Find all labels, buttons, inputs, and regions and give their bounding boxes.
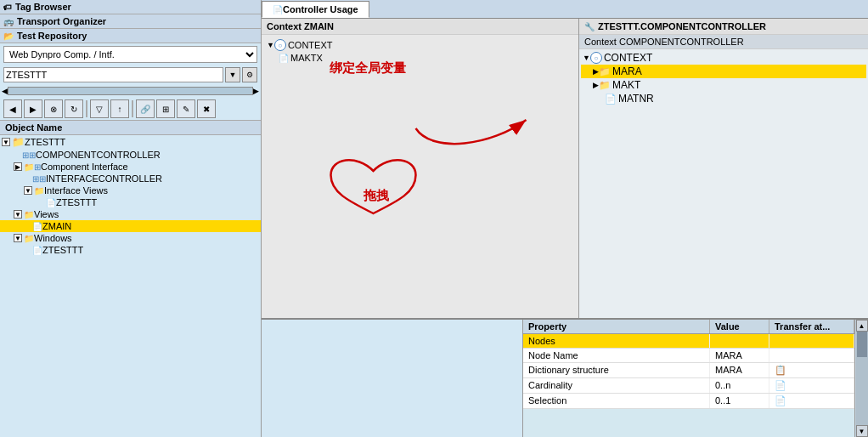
- collapse-windows[interactable]: ▼: [14, 234, 22, 242]
- bottom-area: Property Value Transfer at... Nodes Node…: [262, 318, 868, 437]
- object-name-header: Object Name: [0, 121, 261, 135]
- prop-cell-sel-value: 0..1: [710, 394, 769, 408]
- toolbar-row: ◀ ▶ ⊗ ↻ ▽ ↑ 🔗 ⊞ ✎ ✖: [0, 98, 261, 121]
- stop-btn[interactable]: ⊗: [44, 99, 63, 118]
- col-transfer: Transfer at...: [769, 320, 854, 333]
- tree-label-cc: COMPONENTCONTROLLER: [36, 150, 161, 160]
- up-btn[interactable]: ↑: [110, 99, 129, 118]
- tree-item-ztesttt[interactable]: ▼ 📁 ZTESTTT: [0, 135, 261, 149]
- arrow-overlay: [262, 35, 578, 264]
- dropdown-btn[interactable]: ▼: [225, 67, 240, 82]
- folder-icon-mara: 📁: [599, 66, 611, 77]
- tree-item-views[interactable]: ▼ 📁 Views: [0, 208, 261, 220]
- prop-cell-nodes-value: [710, 334, 769, 348]
- ctx-label-maktx: MAKTX: [290, 53, 323, 63]
- scroll-inner: [8, 87, 253, 95]
- panels-row: Context ZMAIN ▼ ○ CONTEXT 📄 MAKTX: [262, 19, 868, 318]
- tree-item-compinterface[interactable]: ▶ 📁 ⊞ Component Interface: [0, 161, 261, 173]
- back-btn[interactable]: ◀: [3, 99, 22, 118]
- link-btn[interactable]: 🔗: [136, 99, 155, 118]
- left-tree-panel: ▼ 📁 ZTESTTT ⊞ ⊞ COMPONENTCONTROLLER ▶ 📁 …: [0, 135, 261, 437]
- doc-icon-maktx: 📄: [279, 54, 289, 63]
- annotation-drag: 拖拽: [364, 188, 389, 204]
- tree-item-ifviews[interactable]: ▼ 📁 Interface Views: [0, 184, 261, 196]
- right-row-context: ▼ ○ CONTEXT: [581, 51, 866, 65]
- prop-cell-nodename-transfer: [769, 349, 854, 362]
- dropdown-row: Web Dynpro Comp. / Intf.: [0, 43, 261, 65]
- prop-header: Property Value Transfer at...: [523, 320, 854, 334]
- filter-btn[interactable]: ▽: [90, 99, 109, 118]
- property-table-container: Property Value Transfer at... Nodes Node…: [523, 320, 854, 437]
- tree-item-zmain[interactable]: 📄 ZMAIN: [0, 220, 261, 232]
- expand-rmakt-btn[interactable]: ▶: [593, 81, 599, 89]
- expand-rcontext-btn[interactable]: ▼: [583, 54, 590, 62]
- prop-row-nodes[interactable]: Nodes: [523, 334, 854, 349]
- tab-label: Controller Usage: [283, 4, 358, 14]
- tree-label-ifv: Interface Views: [44, 185, 108, 196]
- sep1: [86, 100, 87, 117]
- collapse-ci[interactable]: ▶: [14, 162, 22, 171]
- prop-cell-dictst-value: MARA: [710, 363, 769, 377]
- doc-icon-wz: 📄: [32, 246, 42, 255]
- grid-icon2-ifc: ⊞: [39, 174, 46, 184]
- tab-controller-usage[interactable]: 📄 Controller Usage: [262, 1, 369, 18]
- prop-cell-sel-transfer: 📄: [769, 394, 854, 408]
- edit-btn[interactable]: ✎: [177, 99, 195, 118]
- folder-icon-ci: 📁: [24, 162, 34, 172]
- tree-item-windows[interactable]: ▼ 📁 Windows: [0, 232, 261, 244]
- folder-icon-ifv: 📁: [34, 186, 44, 196]
- config-btn[interactable]: ⚙: [242, 67, 257, 82]
- search-input[interactable]: [3, 67, 223, 82]
- delete-btn[interactable]: ✖: [197, 99, 216, 118]
- collapse-ztesttt[interactable]: ▼: [2, 138, 10, 146]
- scrollbar-thumb: [857, 332, 867, 357]
- tag-browser-title: 🏷 Tag Browser: [0, 0, 261, 14]
- right-context-label: Context COMPONENTCONTROLLER: [584, 37, 744, 47]
- tab-bar: 📄 Controller Usage: [262, 0, 868, 19]
- prop-cell-sel-property: Selection: [523, 394, 710, 408]
- folder-icon-windows: 📁: [24, 234, 34, 243]
- folder-icon-ztesttt: 📁: [12, 136, 25, 148]
- collapse-ifv[interactable]: ▼: [24, 186, 32, 195]
- grid-btn[interactable]: ⊞: [156, 99, 175, 118]
- right-label-makt: MAKT: [612, 79, 640, 91]
- right-row-makt[interactable]: ▶ 📁 MAKT: [581, 78, 866, 92]
- right-row-matnr[interactable]: 📄 MATNR: [581, 92, 866, 105]
- prop-row-dictstruct[interactable]: Dictionary structure MARA 📋: [523, 363, 854, 378]
- scroll-left-btn[interactable]: ◀: [2, 87, 8, 95]
- ctx-label-context: CONTEXT: [288, 40, 333, 50]
- right-title-text: ZTESTTT.COMPONENTCONTROLLER: [598, 21, 766, 31]
- scroll-up-btn[interactable]: ▲: [856, 320, 868, 332]
- tree-label-ztesttt: ZTESTTT: [25, 137, 65, 147]
- grid-icon2-cc: ⊞: [29, 150, 36, 160]
- prop-cell-card-value: 0..n: [710, 378, 769, 393]
- right-scrollbar: ▲ ▼: [854, 320, 868, 437]
- prop-cell-dictst-property: Dictionary structure: [523, 363, 710, 377]
- scroll-down-btn[interactable]: ▼: [856, 425, 868, 437]
- tree-item-ifztesttt[interactable]: 📄 ZTESTTT: [0, 196, 261, 208]
- scroll-right-btn[interactable]: ▶: [253, 87, 259, 95]
- collapse-views[interactable]: ▼: [14, 210, 22, 218]
- prop-row-nodename[interactable]: Node Name MARA: [523, 349, 854, 363]
- tree-label-windows: Windows: [34, 233, 72, 243]
- right-panel: 🔧 ZTESTTT.COMPONENTCONTROLLER Context CO…: [579, 19, 868, 318]
- col-property: Property: [523, 320, 710, 333]
- right-row-mara[interactable]: ▶ 📁 MARA: [581, 65, 866, 78]
- expand-context-btn[interactable]: ▼: [265, 41, 274, 49]
- tree-item-componentcontroller[interactable]: ⊞ ⊞ COMPONENTCONTROLLER: [0, 149, 261, 161]
- forward-btn[interactable]: ▶: [24, 99, 42, 118]
- prop-cell-dictst-transfer: 📋: [769, 363, 854, 377]
- expand-rmara-btn[interactable]: ▶: [593, 67, 599, 76]
- prop-row-cardinality[interactable]: Cardinality 0..n 📄: [523, 378, 854, 394]
- component-dropdown[interactable]: Web Dynpro Comp. / Intf.: [3, 46, 257, 63]
- tree-item-ifcontroller[interactable]: ⊞ ⊞ INTERFACECONTROLLER: [0, 173, 261, 184]
- scrollbar-track: [856, 332, 868, 425]
- tree-item-winztesttt[interactable]: 📄 ZTESTTT: [0, 244, 261, 256]
- doc-icon-matnr: 📄: [605, 94, 617, 105]
- right-context-header: Context COMPONENTCONTROLLER: [579, 35, 868, 49]
- left-panel: 🏷 Tag Browser 🚌 Transport Organizer 📂 Te…: [0, 0, 262, 437]
- tree-label-ifc: INTERFACECONTROLLER: [46, 173, 162, 184]
- refresh-btn[interactable]: ↻: [65, 99, 83, 118]
- grid-icon-cc: ⊞: [22, 150, 29, 160]
- prop-row-selection[interactable]: Selection 0..1 📄: [523, 394, 854, 409]
